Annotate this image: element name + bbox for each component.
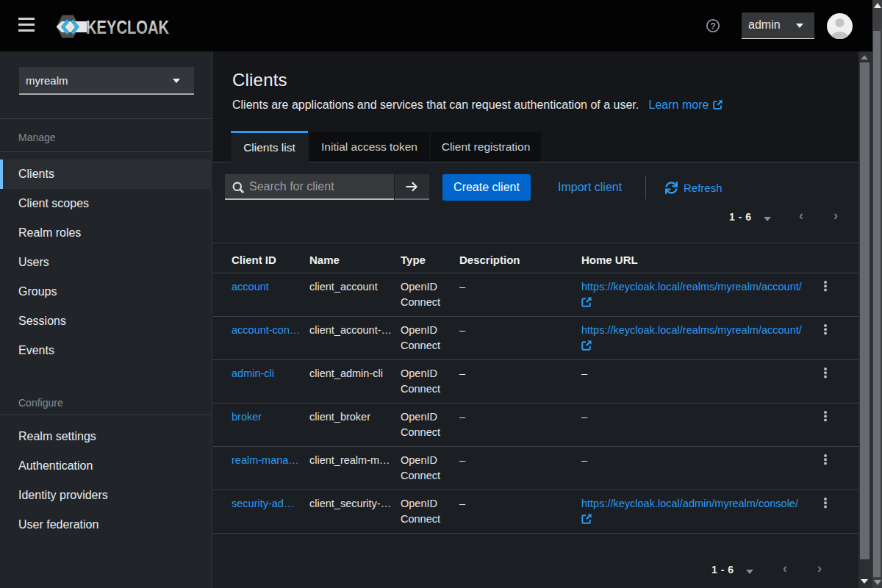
svg-text:?: ? (710, 21, 716, 32)
svg-text:KEYCLOAK: KEYCLOAK (86, 16, 169, 38)
